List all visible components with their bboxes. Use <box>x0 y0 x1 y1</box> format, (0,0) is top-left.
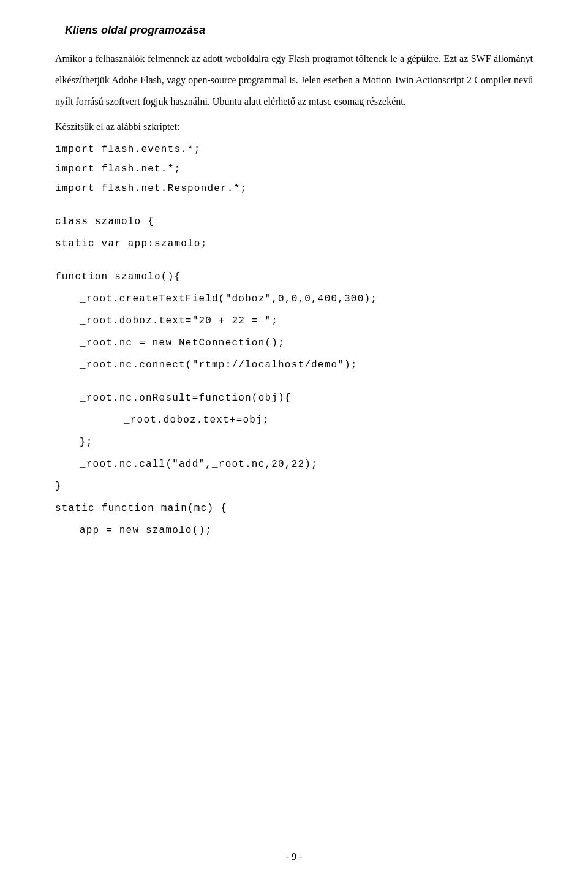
code-onresult-open: _root.nc.onResult=function(obj){ <box>55 388 533 408</box>
code-function-open: function szamolo(){ <box>55 267 533 287</box>
intro-paragraph: Amikor a felhasználók felmennek az adott… <box>55 48 533 113</box>
code-body-set-text: _root.doboz.text="20 + 22 = "; <box>55 311 533 331</box>
code-imports: import flash.events.*; import flash.net.… <box>55 140 533 198</box>
code-function-close: } <box>55 477 533 496</box>
code-onresult-close: }; <box>55 432 533 452</box>
section-heading: Kliens oldal programozása <box>65 18 533 43</box>
script-intro-line: Készítsük el az alábbi szkriptet: <box>55 116 533 137</box>
code-body-connect: _root.nc.connect("rtmp://localhost/demo"… <box>55 355 533 375</box>
code-main-body: app = new szamolo(); <box>55 521 533 540</box>
code-class-open: class szamolo { <box>55 212 533 232</box>
code-body-new-netconnection: _root.nc = new NetConnection(); <box>55 333 533 353</box>
code-onresult-body: _root.doboz.text+=obj; <box>55 410 533 430</box>
code-main-open: static function main(mc) { <box>55 499 533 518</box>
page-container: Kliens oldal programozása Amikor a felha… <box>0 0 588 882</box>
page-number-footer: - 9 - <box>0 846 588 867</box>
code-call: _root.nc.call("add",_root.nc,20,22); <box>55 454 533 474</box>
code-body-create-textfield: _root.createTextField("doboz",0,0,0,400,… <box>55 289 533 309</box>
code-static-var: static var app:szamolo; <box>55 234 533 254</box>
